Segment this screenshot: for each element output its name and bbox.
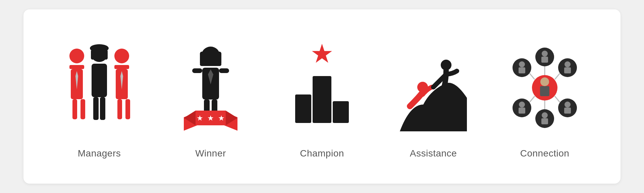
managers-label: Managers — [78, 148, 121, 159]
champion-item: ★ Champion — [266, 34, 378, 159]
svg-rect-9 — [104, 50, 108, 60]
svg-point-47 — [542, 51, 548, 57]
svg-rect-39 — [295, 94, 311, 123]
champion-icon: ★ — [288, 36, 356, 140]
svg-rect-8 — [91, 50, 94, 60]
svg-rect-1 — [69, 65, 84, 69]
svg-rect-60 — [541, 118, 548, 124]
svg-text:★: ★ — [207, 114, 214, 122]
managers-item: Managers — [44, 34, 155, 159]
svg-rect-5 — [80, 99, 85, 119]
svg-rect-26 — [219, 68, 229, 73]
svg-rect-12 — [100, 97, 105, 120]
svg-line-65 — [530, 96, 535, 102]
svg-rect-18 — [125, 99, 130, 119]
svg-rect-68 — [519, 67, 525, 73]
assistance-icon-area — [396, 34, 470, 141]
winner-label: Winner — [195, 148, 226, 159]
svg-point-63 — [519, 102, 525, 108]
svg-rect-40 — [333, 101, 349, 123]
svg-rect-14 — [114, 65, 129, 69]
svg-text:★: ★ — [197, 114, 203, 122]
icon-card: Managers — [23, 9, 621, 184]
svg-point-59 — [542, 112, 548, 118]
assistance-item: Assistance — [378, 34, 489, 159]
svg-rect-10 — [92, 64, 107, 97]
managers-icon-area — [62, 34, 136, 141]
svg-line-57 — [555, 96, 560, 102]
svg-point-0 — [69, 49, 84, 63]
svg-rect-4 — [72, 99, 77, 119]
connection-icon — [508, 38, 582, 138]
svg-rect-56 — [564, 108, 571, 114]
connection-label: Connection — [520, 148, 570, 159]
assistance-label: Assistance — [410, 148, 457, 159]
svg-text:★: ★ — [310, 39, 334, 68]
managers-icon — [64, 38, 135, 138]
svg-rect-48 — [541, 57, 548, 63]
assistance-icon — [396, 38, 470, 138]
svg-point-67 — [519, 61, 525, 67]
winner-icon-area: ★ ★ ★ — [174, 34, 248, 141]
svg-rect-25 — [192, 68, 202, 73]
champion-icon-area: ★ — [285, 34, 359, 141]
winner-item: ★ ★ ★ Winner — [155, 34, 266, 159]
svg-line-69 — [530, 73, 535, 79]
champion-label: Champion — [300, 148, 344, 159]
svg-point-13 — [114, 49, 129, 63]
svg-rect-45 — [540, 86, 549, 96]
svg-rect-17 — [117, 99, 122, 119]
svg-point-51 — [565, 61, 571, 67]
svg-rect-22 — [200, 63, 221, 66]
svg-line-53 — [555, 73, 560, 79]
svg-point-19 — [201, 47, 220, 65]
svg-text:★: ★ — [218, 114, 225, 122]
svg-rect-11 — [93, 97, 99, 120]
winner-icon: ★ ★ ★ — [177, 38, 244, 138]
connection-item: Connection — [489, 34, 600, 159]
svg-point-44 — [540, 77, 549, 86]
svg-rect-64 — [519, 108, 525, 114]
svg-rect-52 — [564, 67, 571, 73]
connection-icon-area — [508, 34, 582, 141]
svg-point-55 — [565, 102, 571, 108]
svg-rect-38 — [313, 76, 331, 123]
